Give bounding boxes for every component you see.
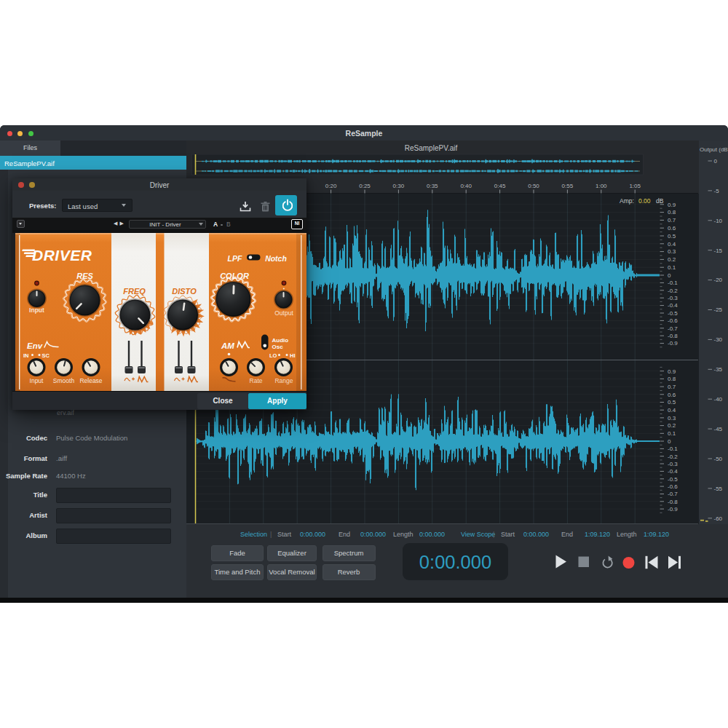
svg-text:AM: AM [221,341,234,350]
svg-text:0.4: 0.4 [668,407,676,414]
svg-text:0.9: 0.9 [668,202,676,208]
svg-text:-0.3: -0.3 [668,461,678,467]
svg-text:-0.1: -0.1 [668,446,678,452]
svg-text:-35: -35 [714,366,723,373]
svg-text:-0.5: -0.5 [668,476,678,483]
svg-text:-30: -30 [714,336,723,343]
svg-text:-10: -10 [714,218,723,224]
svg-text:0.8: 0.8 [668,209,676,215]
svg-text:-55: -55 [714,486,723,492]
svg-text:-0.5: -0.5 [668,310,678,317]
svg-text:Release: Release [79,377,102,384]
svg-text:Input: Input [30,377,44,384]
svg-text:1:05: 1:05 [629,183,641,189]
svg-text:0.4: 0.4 [668,241,676,248]
svg-text:LO: LO [269,352,277,359]
svg-text:Range: Range [274,377,293,384]
svg-text:0.5: 0.5 [668,233,676,240]
svg-text:0.2: 0.2 [668,256,676,263]
svg-text:-0.2: -0.2 [668,454,678,460]
svg-text:0.6: 0.6 [668,225,676,232]
svg-text:-0.2: -0.2 [668,288,678,294]
svg-text:0.3: 0.3 [668,248,676,255]
svg-text:-0.8: -0.8 [668,333,678,339]
svg-text:0.2: 0.2 [668,422,676,429]
svg-text:-0.9: -0.9 [668,506,678,513]
svg-text:-0.3: -0.3 [668,295,678,301]
svg-text:0:35: 0:35 [427,183,438,189]
svg-text:Env: Env [27,341,43,350]
svg-text:Audio: Audio [272,337,289,344]
svg-text:-50: -50 [714,456,723,462]
svg-text:0:55: 0:55 [562,183,574,189]
svg-text:0.1: 0.1 [668,430,676,437]
svg-text:DRIVER: DRIVER [32,247,92,264]
svg-text:0: 0 [668,272,671,279]
svg-text:Output: Output [274,309,293,317]
svg-text:FREQ: FREQ [123,287,146,296]
svg-text:DISTO: DISTO [172,287,197,296]
svg-text:0:30: 0:30 [393,183,405,189]
svg-text:0.9: 0.9 [668,368,676,375]
svg-text:0:20: 0:20 [325,183,337,189]
svg-text:-20: -20 [714,277,723,283]
svg-text:Rate: Rate [250,377,263,384]
svg-text:Output (dB): Output (dB) [700,146,728,153]
svg-text:0.5: 0.5 [668,399,676,405]
svg-text:ReSamplePV.aif: ReSamplePV.aif [405,144,458,152]
svg-text:0:25: 0:25 [359,183,371,189]
svg-text:Amp:: Amp: [620,197,634,205]
svg-text:-0.8: -0.8 [668,499,678,505]
svg-text:0:50: 0:50 [528,183,539,189]
svg-text:-5: -5 [714,188,720,194]
svg-text:0.3: 0.3 [668,415,676,422]
svg-text:Osc: Osc [272,344,284,350]
svg-text:-15: -15 [714,248,723,254]
svg-text:-40: -40 [714,396,723,403]
svg-text:0:45: 0:45 [494,183,506,189]
svg-text:0.8: 0.8 [668,376,676,382]
svg-text:-45: -45 [714,426,723,432]
svg-text:Smooth: Smooth [53,377,75,384]
svg-text:-0.1: -0.1 [668,280,678,286]
svg-text:-25: -25 [714,306,723,313]
svg-text:0.7: 0.7 [668,384,676,390]
svg-text:0.6: 0.6 [668,392,676,398]
svg-text:0.7: 0.7 [668,217,676,223]
svg-text:1:00: 1:00 [596,183,607,189]
svg-text:-0.6: -0.6 [668,317,678,324]
svg-text:HI: HI [290,352,296,359]
svg-text:Notch: Notch [265,254,287,263]
svg-text:LPF: LPF [228,254,242,263]
svg-text:0.1: 0.1 [668,264,676,271]
svg-text:SC: SC [42,352,50,359]
svg-text:0: 0 [668,438,671,445]
svg-text:Input: Input [29,306,44,314]
svg-text:IN: IN [23,352,29,359]
svg-text:-0.6: -0.6 [668,483,678,490]
svg-text:-0.9: -0.9 [668,340,678,347]
svg-text:-60: -60 [714,515,723,522]
svg-text:COLOR: COLOR [220,272,249,280]
svg-text:-0.4: -0.4 [668,302,678,309]
svg-text:-0.7: -0.7 [668,325,678,332]
svg-text:0.00: 0.00 [638,197,651,205]
svg-text:RES: RES [76,272,93,280]
svg-text:0: 0 [714,158,718,165]
svg-text:-0.4: -0.4 [668,468,678,475]
svg-text:0:40: 0:40 [460,183,472,189]
svg-text:dB: dB [656,197,664,205]
svg-text:-0.7: -0.7 [668,491,678,497]
